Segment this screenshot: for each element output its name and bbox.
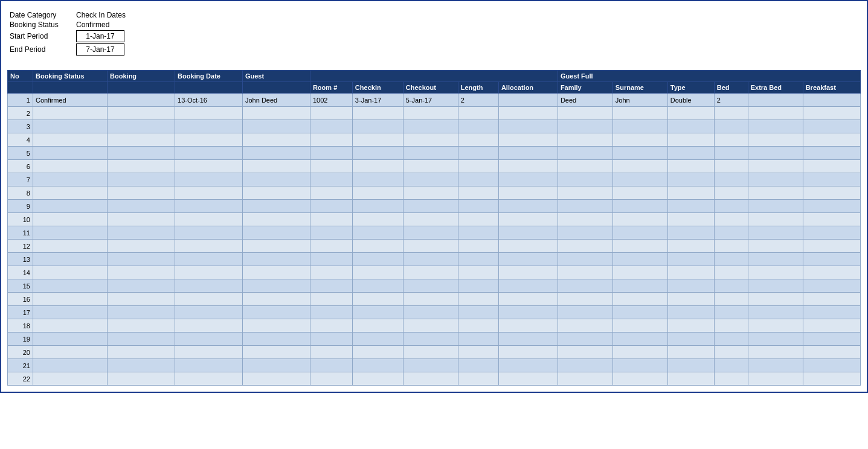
cell-checkout[interactable] [403,133,458,147]
cell-length[interactable] [458,333,498,346]
cell-family[interactable] [558,240,612,253]
cell-type[interactable] [667,346,714,359]
cell-bed[interactable] [714,253,748,266]
cell-allocation[interactable] [498,333,558,346]
cell-room[interactable] [310,120,352,133]
cell-guest[interactable] [242,306,310,319]
cell-booking[interactable] [108,200,175,213]
cell-bdate[interactable] [175,226,243,240]
cell-breakfast[interactable] [803,120,860,133]
cell-type[interactable] [667,333,714,346]
cell-checkin[interactable] [352,306,403,319]
cell-booking[interactable] [108,147,175,160]
table-row[interactable]: 17 [8,306,861,319]
cell-allocation[interactable] [498,186,558,200]
cell-bed[interactable] [714,306,748,319]
cell-allocation[interactable] [498,94,558,107]
cell-room[interactable] [310,293,352,306]
cell-checkout[interactable] [403,306,458,319]
cell-surname[interactable] [612,293,667,306]
cell-length[interactable] [458,240,498,253]
table-row[interactable]: 3 [8,120,861,133]
cell-checkout[interactable] [403,120,458,133]
cell-status[interactable] [33,226,107,240]
cell-checkout[interactable] [403,279,458,293]
cell-breakfast[interactable] [803,372,860,386]
cell-family[interactable] [558,107,612,120]
cell-room[interactable] [310,213,352,226]
cell-extrabed[interactable] [748,226,803,240]
cell-breakfast[interactable] [803,133,860,147]
cell-status[interactable] [33,240,107,253]
cell-booking[interactable] [108,359,175,372]
cell-type[interactable] [667,226,714,240]
cell-bed[interactable] [714,240,748,253]
cell-no[interactable]: 22 [8,372,33,386]
cell-status[interactable] [33,279,107,293]
cell-bed[interactable] [714,107,748,120]
cell-surname[interactable] [612,346,667,359]
cell-room[interactable] [310,133,352,147]
cell-surname[interactable]: John [612,94,667,107]
cell-surname[interactable] [612,200,667,213]
cell-checkin[interactable] [352,279,403,293]
cell-extrabed[interactable] [748,266,803,279]
cell-extrabed[interactable] [748,160,803,173]
cell-breakfast[interactable] [803,200,860,213]
cell-breakfast[interactable] [803,359,860,372]
cell-no[interactable]: 12 [8,240,33,253]
cell-extrabed[interactable] [748,346,803,359]
cell-breakfast[interactable] [803,226,860,240]
cell-bed[interactable] [714,226,748,240]
cell-status[interactable] [33,147,107,160]
cell-extrabed[interactable] [748,133,803,147]
cell-guest[interactable] [242,133,310,147]
cell-guest[interactable] [242,279,310,293]
cell-family[interactable] [558,306,612,319]
cell-surname[interactable] [612,319,667,333]
cell-allocation[interactable] [498,107,558,120]
cell-guest[interactable] [242,147,310,160]
cell-booking[interactable] [108,293,175,306]
cell-type[interactable] [667,253,714,266]
cell-status[interactable] [33,186,107,200]
cell-breakfast[interactable] [803,147,860,160]
cell-type[interactable] [667,359,714,372]
cell-room[interactable] [310,253,352,266]
cell-no[interactable]: 16 [8,293,33,306]
cell-extrabed[interactable] [748,293,803,306]
cell-type[interactable] [667,107,714,120]
cell-breakfast[interactable] [803,213,860,226]
cell-status[interactable] [33,213,107,226]
cell-booking[interactable] [108,107,175,120]
cell-bed[interactable] [714,173,748,186]
cell-booking[interactable] [108,186,175,200]
cell-room[interactable] [310,306,352,319]
cell-breakfast[interactable] [803,94,860,107]
cell-surname[interactable] [612,306,667,319]
cell-allocation[interactable] [498,147,558,160]
cell-bdate[interactable] [175,147,243,160]
cell-breakfast[interactable] [803,160,860,173]
cell-bdate[interactable] [175,346,243,359]
cell-guest[interactable] [242,240,310,253]
cell-bdate[interactable]: 13-Oct-16 [175,94,243,107]
cell-surname[interactable] [612,253,667,266]
cell-no[interactable]: 9 [8,200,33,213]
table-row[interactable]: 2 [8,107,861,120]
cell-extrabed[interactable] [748,319,803,333]
cell-extrabed[interactable] [748,186,803,200]
cell-booking[interactable] [108,94,175,107]
cell-checkin[interactable]: 3-Jan-17 [352,94,403,107]
cell-checkin[interactable] [352,147,403,160]
cell-checkin[interactable] [352,186,403,200]
cell-checkout[interactable] [403,240,458,253]
cell-status[interactable] [33,133,107,147]
cell-guest[interactable] [242,346,310,359]
cell-checkin[interactable] [352,173,403,186]
cell-bdate[interactable] [175,306,243,319]
cell-extrabed[interactable] [748,173,803,186]
cell-no[interactable]: 11 [8,226,33,240]
cell-checkout[interactable] [403,147,458,160]
cell-family[interactable] [558,266,612,279]
